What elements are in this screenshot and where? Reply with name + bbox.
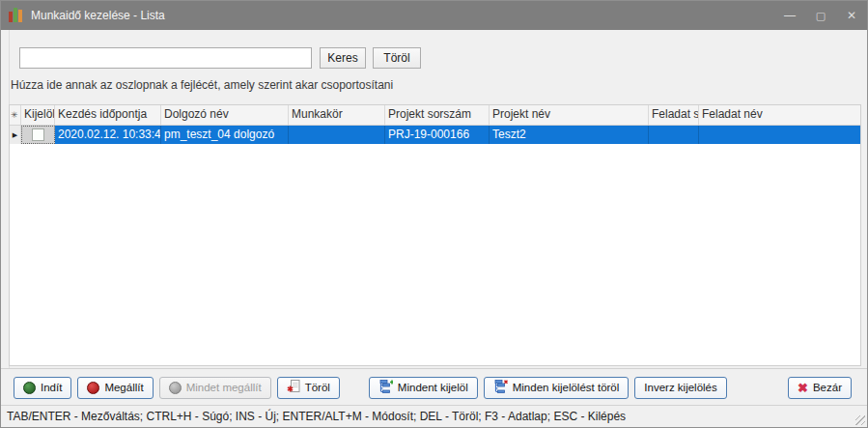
cell-kezdes-idopontja[interactable]: 2020.02.12. 10:33:46 [55, 126, 161, 144]
column-header-projekt-sorszam[interactable]: Projekt sorszám [385, 105, 490, 125]
search-input[interactable] [19, 47, 312, 69]
clear-search-button[interactable]: Töröl [373, 47, 421, 69]
titlebar: Munkaidő kezelése - Lista — ▢ ✕ [1, 1, 867, 30]
clear-selection-button[interactable]: Minden kijelölést töröl [484, 377, 630, 399]
window-title: Munkaidő kezelése - Lista [31, 9, 165, 22]
close-icon[interactable]: ✕ [836, 1, 867, 30]
app-window: Munkaidő kezelése - Lista — ▢ ✕ Keres Tö… [0, 0, 868, 428]
statusbar-hint-text: TAB/ENTER - Mezőváltás; CTRL+H - Súgó; I… [7, 410, 626, 423]
search-button[interactable]: Keres [320, 47, 366, 69]
row-checkbox[interactable] [32, 128, 44, 141]
delete-button-label: Töröl [305, 382, 330, 393]
select-all-button-label: Mindent kijelöl [398, 382, 468, 393]
invert-selection-button[interactable]: Inverz kijelölés [634, 377, 726, 399]
maximize-icon[interactable]: ▢ [805, 1, 836, 30]
cell-dolgozo-nev[interactable]: pm_teszt_04 dolgozó [161, 126, 289, 144]
cell-feladat-sor[interactable] [649, 126, 699, 144]
cell-projekt-sorszam[interactable]: PRJ-19-000166 [385, 126, 490, 144]
delete-button[interactable]: Töröl [277, 377, 340, 399]
stop-button-label: Megállít [104, 382, 143, 393]
column-header-kezdes-idopontja[interactable]: Kezdés időpontja [55, 105, 161, 125]
column-header-feladat-nev[interactable]: Feladat név [699, 105, 860, 125]
app-logo-icon [9, 8, 24, 23]
select-all-tree-plus-icon [378, 380, 393, 395]
clear-selection-tree-x-icon [493, 380, 508, 395]
row-select-cell[interactable] [21, 126, 55, 144]
close-dialog-button-label: Bezár [813, 382, 842, 393]
clear-selection-button-label: Minden kijelölést töröl [513, 382, 620, 393]
column-header-projekt-nev[interactable]: Projekt név [490, 105, 649, 125]
window-controls: — ▢ ✕ [774, 1, 867, 30]
close-x-icon: ✖ [798, 382, 808, 394]
cell-munkakor[interactable] [289, 126, 385, 144]
grid-header-row: ✳ Kijelölve Kezdés időpontja Dolgozó név… [10, 105, 860, 126]
row-indicator-icon: ▶ [10, 126, 21, 144]
delete-document-icon [287, 380, 300, 395]
data-grid: ✳ Kijelölve Kezdés időpontja Dolgozó név… [9, 104, 861, 366]
cell-feladat-nev[interactable] [699, 126, 860, 144]
start-button[interactable]: Indít [14, 377, 71, 399]
column-header-feladat-sor[interactable]: Feladat sor [649, 105, 699, 125]
start-circle-icon [23, 382, 36, 394]
statusbar: TAB/ENTER - Mezőváltás; CTRL+H - Súgó; I… [1, 405, 867, 427]
minimize-icon[interactable]: — [774, 1, 805, 30]
resize-grip[interactable] [855, 415, 865, 425]
close-dialog-button[interactable]: ✖ Bezár [788, 377, 852, 399]
stop-circle-icon [87, 382, 99, 394]
column-header-kijelolve[interactable]: Kijelölve [21, 105, 55, 125]
table-row[interactable]: ▶ 2020.02.12. 10:33:46 pm_teszt_04 dolgo… [10, 126, 860, 144]
group-by-drop-zone[interactable]: Húzza ide annak az oszlopnak a fejlécét,… [11, 78, 393, 92]
column-header-dolgozo-nev[interactable]: Dolgozó név [161, 105, 289, 125]
select-all-button[interactable]: Mindent kijelöl [369, 377, 478, 399]
start-button-label: Indít [41, 382, 62, 393]
cell-projekt-nev[interactable]: Teszt2 [490, 126, 649, 144]
invert-selection-button-label: Inverz kijelölés [644, 382, 716, 393]
bottom-button-bar: Indít Megállít Mindet megállít Töröl [1, 368, 867, 406]
column-header-munkakor[interactable]: Munkakör [289, 105, 385, 125]
stop-all-circle-icon [169, 382, 182, 394]
column-header-indicator[interactable]: ✳ [10, 105, 21, 125]
stop-button[interactable]: Megállít [77, 377, 153, 399]
stop-all-button-label: Mindet megállít [186, 382, 262, 393]
stop-all-button[interactable]: Mindet megállít [159, 377, 271, 399]
